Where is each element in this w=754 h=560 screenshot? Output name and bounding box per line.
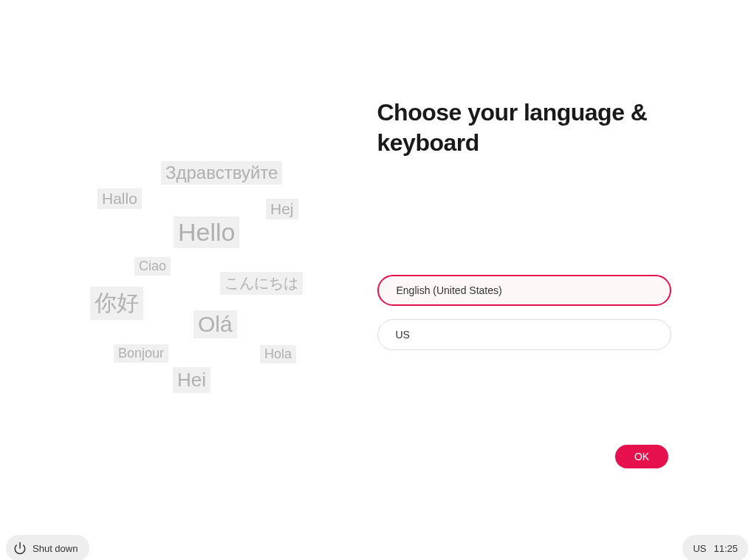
greeting-german: Hallo xyxy=(97,188,142,209)
power-icon xyxy=(13,542,27,555)
greeting-swedish: Hej xyxy=(266,199,298,219)
greeting-english: Hello xyxy=(174,216,239,248)
language-select-value: English (United States) xyxy=(397,284,502,296)
page-title: Choose your language & keyboard xyxy=(377,98,673,158)
keyboard-indicator: US xyxy=(693,543,706,554)
ok-button[interactable]: OK xyxy=(615,445,668,468)
greeting-italian: Ciao xyxy=(134,257,171,276)
greeting-chinese: 你好 xyxy=(90,287,143,320)
shutdown-button[interactable]: Shut down xyxy=(6,535,89,560)
shutdown-button-label: Shut down xyxy=(32,543,78,554)
language-select[interactable]: English (United States) xyxy=(377,275,671,306)
keyboard-select-value: US xyxy=(396,329,410,341)
greeting-portuguese: Olá xyxy=(193,310,237,338)
greeting-word-cloud: Здравствуйте Hallo Hej Hello Ciao こんにちは … xyxy=(0,0,377,560)
greeting-spanish: Hola xyxy=(260,345,296,363)
keyboard-select[interactable]: US xyxy=(377,319,671,350)
greeting-french: Bonjour xyxy=(114,344,168,363)
greeting-russian: Здравствуйте xyxy=(161,161,282,185)
greeting-finnish: Hei xyxy=(173,367,210,393)
greeting-japanese: こんにちは xyxy=(220,272,303,295)
status-area[interactable]: US 11:25 xyxy=(682,535,748,560)
clock: 11:25 xyxy=(713,543,738,554)
